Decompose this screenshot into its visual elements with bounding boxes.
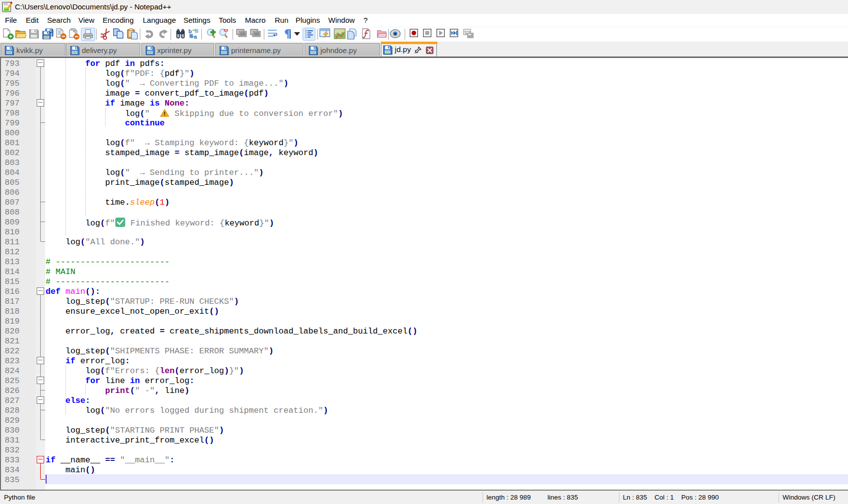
svg-text:b: b	[188, 28, 192, 34]
